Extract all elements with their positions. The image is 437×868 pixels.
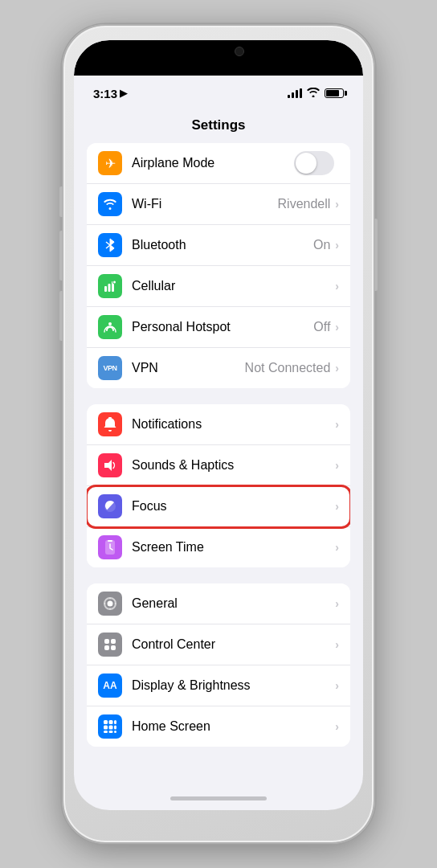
display-brightness-chevron: ›: [335, 679, 339, 692]
volume-up-button[interactable]: [59, 231, 63, 280]
notch: [166, 40, 271, 63]
general-chevron: ›: [335, 597, 339, 610]
sounds-haptics-row[interactable]: Sounds & Haptics ›: [87, 445, 350, 486]
svg-rect-11: [111, 639, 116, 644]
control-center-label: Control Center: [132, 637, 335, 652]
screen-time-row[interactable]: Screen Time ›: [87, 527, 350, 567]
general-label: General: [132, 596, 335, 611]
notifications-group: Notifications › Sounds & Haptics ›: [87, 404, 350, 567]
control-center-chevron: ›: [335, 638, 339, 651]
status-time: 3:13 ▶: [93, 87, 127, 100]
general-group: General › Control C: [87, 583, 350, 747]
location-icon: ▶: [120, 88, 127, 99]
focus-chevron: ›: [335, 500, 339, 513]
svg-rect-20: [104, 731, 108, 733]
network-group: ✈ Airplane Mode: [87, 143, 350, 388]
bluetooth-label: Bluetooth: [132, 238, 313, 252]
svg-rect-10: [104, 639, 109, 644]
home-screen-row[interactable]: Home Screen ›: [87, 706, 350, 747]
airplane-mode-toggle[interactable]: [294, 151, 334, 175]
general-row[interactable]: General ›: [87, 583, 350, 624]
status-bar: 3:13 ▶: [74, 76, 363, 111]
control-center-icon: [98, 633, 122, 657]
airplane-mode-icon: ✈: [98, 151, 122, 175]
cellular-label: Cellular: [132, 279, 335, 293]
display-brightness-row[interactable]: AA Display & Brightness ›: [87, 665, 350, 706]
wifi-row[interactable]: Wi-Fi Rivendell ›: [87, 184, 350, 225]
display-brightness-icon: AA: [98, 674, 122, 698]
signal-icon: [288, 88, 302, 98]
vpn-icon: VPN: [98, 356, 122, 380]
personal-hotspot-value: Off: [313, 320, 330, 334]
svg-rect-16: [114, 720, 116, 724]
svg-point-4: [113, 281, 116, 284]
wifi-value: Rivendell: [278, 197, 331, 211]
wifi-label: Wi-Fi: [132, 197, 278, 211]
wifi-chevron: ›: [335, 198, 339, 211]
control-center-row[interactable]: Control Center ›: [87, 624, 350, 665]
clock: 3:13: [93, 87, 117, 100]
personal-hotspot-icon: [98, 315, 122, 339]
focus-icon: [98, 494, 122, 518]
home-screen-chevron: ›: [335, 720, 339, 733]
screen: 3:13 ▶: [74, 40, 363, 810]
bluetooth-icon: [98, 233, 122, 257]
vpn-value: Not Connected: [245, 361, 331, 375]
svg-point-5: [108, 322, 112, 326]
cellular-icon: [98, 274, 122, 298]
svg-rect-19: [114, 726, 116, 730]
camera-dot: [235, 47, 244, 56]
mute-button[interactable]: [59, 186, 63, 217]
svg-rect-18: [109, 726, 113, 730]
svg-rect-6: [108, 417, 112, 419]
home-indicator: [74, 786, 363, 810]
home-bar: [170, 796, 267, 800]
svg-rect-21: [109, 731, 113, 733]
screen-time-icon: [98, 535, 122, 559]
cellular-chevron: ›: [335, 280, 339, 293]
screen-time-label: Screen Time: [132, 540, 335, 555]
svg-rect-12: [104, 645, 109, 650]
bluetooth-chevron: ›: [335, 239, 339, 252]
sounds-haptics-icon: [98, 453, 122, 477]
airplane-mode-row[interactable]: ✈ Airplane Mode: [87, 143, 350, 184]
focus-label: Focus: [132, 499, 335, 514]
volume-down-button[interactable]: [59, 291, 63, 341]
notifications-icon: [98, 412, 122, 436]
vpn-chevron: ›: [335, 362, 339, 375]
vpn-row[interactable]: VPN VPN Not Connected ›: [87, 348, 350, 388]
svg-rect-17: [104, 726, 108, 730]
cellular-row[interactable]: Cellular ›: [87, 266, 350, 307]
bluetooth-row[interactable]: Bluetooth On ›: [87, 225, 350, 266]
battery-icon: [325, 88, 344, 98]
personal-hotspot-row[interactable]: Personal Hotspot Off ›: [87, 307, 350, 348]
power-button[interactable]: [374, 219, 378, 291]
page-title: Settings: [74, 111, 363, 143]
svg-rect-13: [111, 645, 116, 650]
phone-frame: 3:13 ▶: [62, 24, 375, 844]
svg-rect-14: [104, 720, 108, 724]
display-brightness-label: Display & Brightness: [132, 678, 335, 693]
bluetooth-value: On: [313, 238, 330, 252]
svg-rect-22: [114, 731, 116, 733]
vpn-label: VPN: [132, 361, 245, 375]
focus-row[interactable]: Focus ›: [87, 486, 350, 527]
wifi-icon: [98, 192, 122, 216]
notifications-row[interactable]: Notifications ›: [87, 404, 350, 445]
settings-scroll[interactable]: ✈ Airplane Mode: [74, 143, 363, 786]
status-right-icons: [288, 87, 344, 100]
svg-rect-1: [108, 284, 111, 292]
notifications-label: Notifications: [132, 417, 335, 432]
personal-hotspot-chevron: ›: [335, 321, 339, 334]
notch-bar: [74, 40, 363, 76]
notifications-chevron: ›: [335, 418, 339, 431]
svg-rect-0: [104, 286, 107, 292]
general-icon: [98, 592, 122, 616]
svg-marker-7: [104, 460, 112, 471]
home-screen-label: Home Screen: [132, 719, 335, 734]
focus-row-wrapper: Focus ›: [87, 486, 350, 527]
airplane-mode-label: Airplane Mode: [132, 156, 294, 170]
wifi-status-icon: [307, 87, 320, 100]
home-screen-icon: [98, 714, 122, 739]
sounds-haptics-label: Sounds & Haptics: [132, 458, 335, 473]
